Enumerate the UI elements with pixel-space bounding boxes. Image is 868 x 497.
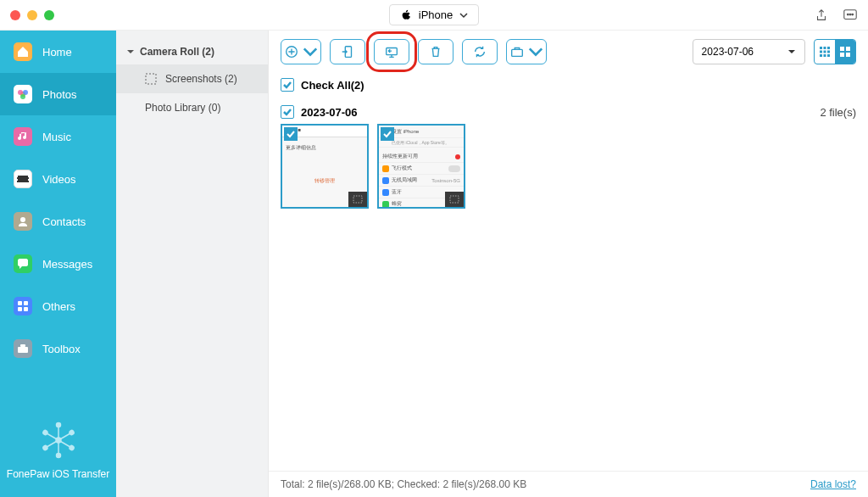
- album-item-label: Photo Library (0): [145, 102, 220, 114]
- thumbnail-item[interactable]: ■■■■■ 更多详细信息 转移管理: [281, 124, 369, 209]
- grid-large-icon: [839, 46, 851, 58]
- screenshot-badge-icon: [445, 192, 464, 207]
- sidebar-item-music[interactable]: Music: [0, 115, 116, 158]
- svg-rect-12: [28, 179, 30, 181]
- sidebar-item-toolbox[interactable]: Toolbox: [0, 327, 116, 370]
- svg-rect-40: [827, 47, 830, 49]
- sidebar-item-label: Photos: [42, 88, 76, 101]
- share-icon[interactable]: [814, 8, 829, 23]
- svg-rect-41: [820, 51, 822, 53]
- svg-rect-48: [846, 47, 850, 51]
- caret-down-icon: [126, 47, 135, 56]
- export-to-device-button[interactable]: [330, 39, 365, 64]
- sidebar-item-label: Home: [42, 46, 72, 59]
- date-filter-value: 2023-07-06: [702, 46, 754, 58]
- trash-icon: [428, 44, 443, 59]
- section-count: 2 file(s): [820, 106, 856, 119]
- toolbox-icon: [14, 339, 32, 358]
- svg-line-29: [47, 440, 58, 447]
- sidebar-item-others[interactable]: Others: [0, 285, 116, 327]
- sidebar-item-label: Toolbox: [42, 343, 81, 355]
- sidebar-item-label: Videos: [42, 173, 76, 186]
- svg-point-5: [18, 90, 23, 95]
- home-icon: [14, 42, 32, 61]
- view-large-grid[interactable]: [835, 40, 855, 64]
- svg-rect-52: [450, 196, 459, 203]
- folder-button[interactable]: [506, 39, 547, 64]
- svg-rect-39: [824, 47, 826, 49]
- svg-rect-14: [18, 301, 22, 305]
- refresh-icon: [472, 44, 487, 59]
- svg-rect-8: [17, 176, 29, 182]
- svg-rect-18: [18, 347, 28, 353]
- thumbnail-item[interactable]: 设置 iPhone 已使用 iCloud，App Store等。 持续性更新可用…: [377, 124, 465, 209]
- svg-point-7: [20, 94, 25, 99]
- messages-icon: [14, 254, 32, 273]
- sidebar-item-videos[interactable]: Videos: [0, 158, 116, 200]
- sidebar: Home Photos Music Videos Contacts Messag…: [0, 31, 116, 497]
- svg-rect-10: [16, 179, 18, 181]
- section-checkbox[interactable]: [281, 105, 294, 119]
- album-item-screenshots[interactable]: Screenshots (2): [116, 64, 268, 93]
- svg-rect-46: [827, 54, 830, 57]
- maximize-window-icon[interactable]: [44, 10, 54, 20]
- svg-rect-11: [28, 176, 30, 177]
- sidebar-item-messages[interactable]: Messages: [0, 243, 116, 285]
- view-small-grid[interactable]: [815, 40, 835, 64]
- svg-line-31: [47, 433, 58, 440]
- svg-point-3: [852, 14, 854, 15]
- sidebar-item-home[interactable]: Home: [0, 31, 116, 73]
- videos-icon: [14, 170, 32, 188]
- brand-logo: FonePaw iOS Transfer: [0, 411, 116, 497]
- photos-icon: [14, 85, 32, 103]
- album-item-photo-library[interactable]: Photo Library (0): [116, 93, 268, 122]
- album-header-camera-roll[interactable]: Camera Roll (2): [116, 39, 268, 64]
- svg-rect-9: [16, 176, 18, 177]
- chevron-down-icon: [459, 11, 468, 20]
- svg-point-32: [42, 430, 47, 436]
- briefcase-icon: [509, 44, 525, 59]
- svg-rect-16: [18, 307, 22, 311]
- device-selector[interactable]: iPhone: [389, 4, 479, 25]
- svg-rect-49: [840, 53, 844, 57]
- svg-rect-38: [820, 47, 822, 49]
- chevron-down-icon: [528, 44, 543, 59]
- svg-rect-51: [353, 196, 362, 203]
- album-item-label: Screenshots (2): [165, 73, 237, 85]
- svg-point-26: [69, 445, 75, 451]
- thumbnail-checkbox[interactable]: [381, 127, 394, 141]
- minimize-window-icon[interactable]: [27, 10, 37, 20]
- sidebar-item-label: Others: [42, 300, 75, 313]
- export-to-pc-button[interactable]: [374, 39, 409, 64]
- thumbnail-checkbox[interactable]: [284, 127, 298, 141]
- svg-line-23: [58, 433, 70, 440]
- section-date: 2023-07-06: [301, 106, 358, 119]
- svg-point-28: [56, 454, 60, 458]
- svg-rect-19: [20, 344, 25, 347]
- svg-point-6: [23, 90, 28, 95]
- device-name: iPhone: [419, 8, 453, 21]
- status-text: Total: 2 file(s)/268.00 KB; Checked: 2 f…: [281, 478, 526, 490]
- screenshot-badge-icon: [348, 192, 367, 207]
- svg-rect-15: [24, 301, 28, 305]
- screenshot-album-icon: [145, 73, 157, 85]
- date-filter-dropdown[interactable]: 2023-07-06: [693, 39, 805, 64]
- svg-rect-44: [820, 54, 822, 57]
- svg-rect-33: [146, 74, 156, 84]
- sidebar-item-photos[interactable]: Photos: [0, 73, 116, 115]
- add-button[interactable]: [281, 39, 321, 64]
- snowflake-icon: [40, 422, 77, 459]
- check-all-label: Check All(2): [301, 79, 364, 92]
- refresh-button[interactable]: [462, 39, 498, 64]
- delete-button[interactable]: [418, 39, 453, 64]
- svg-rect-45: [824, 54, 826, 57]
- content-area: 2023-07-06 Check All(2) 2023-07-06 2 fil…: [269, 31, 868, 497]
- data-lost-link[interactable]: Data lost?: [810, 478, 856, 490]
- sidebar-item-label: Contacts: [42, 215, 86, 228]
- sidebar-item-label: Messages: [42, 258, 92, 271]
- check-all-checkbox[interactable]: [281, 78, 294, 92]
- feedback-icon[interactable]: [843, 8, 858, 23]
- close-window-icon[interactable]: [10, 10, 20, 20]
- sidebar-item-contacts[interactable]: Contacts: [0, 200, 116, 243]
- date-section-header: 2023-07-06 2 file(s): [269, 97, 868, 124]
